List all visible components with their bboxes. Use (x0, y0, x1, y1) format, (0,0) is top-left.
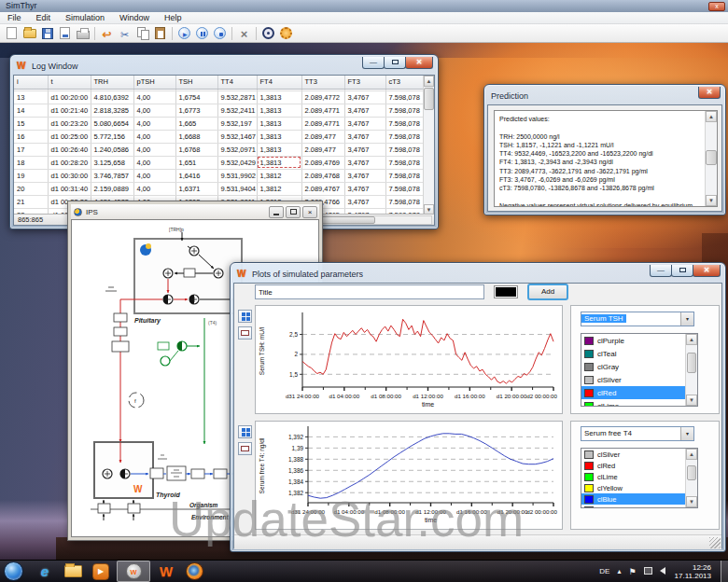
log-cell[interactable]: d1 00:23:20 (48, 117, 91, 130)
export-button[interactable] (56, 25, 74, 41)
log-cell[interactable]: 15 (14, 117, 48, 130)
ips-title-bar[interactable]: IPS × (71, 204, 319, 219)
chevron-down-icon[interactable]: ▾ (680, 312, 693, 326)
resize-grip[interactable] (709, 537, 721, 548)
log-cell[interactable]: d1 00:25:00 (48, 130, 91, 143)
log-cell[interactable]: 7.598,078 (385, 90, 425, 104)
log-window-title-bar[interactable]: W Log Window — ✕ (13, 58, 435, 75)
scroll-up-icon[interactable]: ▲ (424, 76, 434, 87)
log-cell[interactable]: 4,00 (133, 90, 175, 104)
table-row[interactable]: 16d1 00:25:005.772,1564,001,66889.532,14… (14, 130, 425, 143)
color-list-0[interactable]: clPurpleclTealclGrayclSilverclRedclLime … (581, 333, 698, 407)
log-cell[interactable]: 18 (14, 156, 48, 169)
color-item-clBlue[interactable]: clBlue (581, 493, 685, 505)
log-cell[interactable]: 1,3812 (257, 169, 301, 182)
language-indicator[interactable]: DE (599, 567, 609, 575)
log-cell[interactable]: 2.089,477 (301, 130, 344, 143)
log-cell[interactable]: 3,4767 (344, 182, 385, 195)
scrollbar-thumb[interactable] (424, 88, 434, 110)
log-cell[interactable]: 9.532,1467 (217, 130, 257, 143)
table-row[interactable]: 14d1 00:21:402.818,32854,001,67739.532,2… (14, 104, 425, 117)
log-cell[interactable]: 2.089,4772 (301, 90, 344, 104)
close-button[interactable]: ✕ (405, 57, 433, 69)
network-icon[interactable] (644, 567, 652, 576)
log-cell[interactable]: d1 00:30:00 (48, 169, 91, 182)
log-cell[interactable]: 7.598,078 (385, 143, 425, 156)
table-row[interactable]: 18d1 00:28:203.125,6584,001,6519.532,042… (14, 156, 425, 169)
log-col-FT4[interactable]: FT4 (257, 76, 301, 89)
color-item-clTeal[interactable]: clTeal (581, 347, 685, 360)
log-cell[interactable]: d1 00:31:40 (48, 182, 91, 195)
log-cell[interactable]: 17 (14, 143, 48, 156)
scroll-down-icon[interactable]: ▼ (686, 496, 697, 507)
log-col-TT4[interactable]: TT4 (217, 76, 257, 89)
log-cell[interactable]: 1,6768 (175, 143, 217, 156)
log-col-TSH[interactable]: TSH (175, 76, 217, 89)
scroll-up-icon[interactable]: ▲ (706, 111, 717, 122)
log-cell[interactable]: 1,665 (175, 117, 217, 130)
scroll-down-icon[interactable]: ▼ (686, 395, 697, 406)
plot-title-input[interactable] (255, 284, 484, 299)
color-picker-swatch[interactable] (494, 285, 518, 298)
plots-title-bar[interactable]: W Plots of simulated parameters — ✕ (233, 266, 722, 283)
log-cell[interactable]: 5.080,6654 (91, 117, 133, 130)
log-cell[interactable]: 7.598,078 (385, 130, 425, 143)
tray-expand-icon[interactable]: ▴ (617, 567, 621, 575)
color-item-clSilver[interactable]: clSilver (581, 449, 685, 460)
log-cell[interactable]: 7.598,078 (385, 169, 425, 182)
log-cell[interactable]: 21 (14, 195, 48, 208)
scrollbar-thumb[interactable] (706, 150, 717, 165)
prediction-title-bar[interactable]: Prediction ✕ (487, 88, 722, 104)
log-cell[interactable]: 1,3813 (257, 90, 301, 104)
log-cell[interactable]: 1,6371 (175, 182, 217, 195)
log-cell[interactable]: 2.089,4771 (301, 117, 344, 130)
menu-item-file[interactable]: File (0, 12, 29, 24)
scrollbar-thumb[interactable] (687, 465, 696, 480)
log-cell[interactable]: d1 00:26:40 (48, 143, 91, 156)
expand-plot-button[interactable] (238, 310, 252, 323)
plot-frame-button[interactable] (238, 326, 252, 340)
log-cell[interactable]: 9.531,9902 (217, 169, 257, 182)
log-cell[interactable]: 9.532,2411 (217, 104, 257, 117)
media-player-taskbar-button[interactable]: ▶ (87, 561, 115, 582)
log-cell[interactable]: 9.532,0429 (217, 156, 257, 169)
log-cell[interactable]: 1,3813 (257, 117, 301, 130)
log-cell[interactable]: 1,3813 (257, 104, 301, 117)
log-cell[interactable]: 4.810,6392 (91, 90, 133, 104)
table-row[interactable]: 20d1 00:31:402.159,08894,001,63719.531,9… (14, 182, 425, 195)
open-button[interactable] (21, 25, 38, 41)
taskbar-clock[interactable]: 12:26 17.11.2013 (675, 563, 711, 580)
log-cell[interactable]: 7.598,078 (385, 104, 425, 117)
add-button[interactable]: Add (527, 284, 568, 300)
log-col-pTSH[interactable]: pTSH (133, 76, 175, 89)
log-col-TT3[interactable]: TT3 (301, 76, 344, 89)
log-col-FT3[interactable]: FT3 (344, 76, 385, 89)
log-cell[interactable]: 2.159,0889 (91, 182, 133, 195)
log-cell[interactable]: 3,4767 (344, 156, 385, 169)
log-cell[interactable]: 4,00 (133, 143, 175, 156)
color-list-1[interactable]: clSilverclRedclLimeclYellowclBlueclFuchs… (581, 448, 698, 508)
close-button[interactable]: ✕ (693, 265, 721, 277)
minimize-button[interactable] (269, 206, 284, 218)
log-cell[interactable]: 2.818,3285 (91, 104, 133, 117)
log-cell[interactable]: 2.089,4769 (301, 156, 344, 169)
log-cell[interactable]: 3,4767 (344, 169, 385, 182)
log-cell[interactable]: 13 (14, 90, 48, 104)
log-cell[interactable]: 1,6416 (175, 169, 217, 182)
color-item-clLime[interactable]: clLime (581, 399, 685, 407)
list-scrollbar[interactable]: ▲ ▼ (685, 334, 697, 406)
list-scrollbar[interactable]: ▲ ▼ (685, 449, 697, 507)
scroll-down-icon[interactable]: ▼ (706, 195, 717, 206)
log-cell[interactable]: 2.089,4771 (301, 104, 344, 117)
log-cell[interactable]: 1,6688 (175, 130, 217, 143)
color-item-clRed[interactable]: clRed (581, 460, 685, 471)
minimize-button[interactable]: — (362, 57, 385, 69)
app-title-bar[interactable]: SimThyr (0, 0, 728, 12)
log-cell[interactable]: 19 (14, 169, 48, 182)
log-cell[interactable]: 2.089,477 (301, 143, 344, 156)
simthyr-taskbar-button[interactable]: W (152, 561, 180, 582)
table-row[interactable]: 17d1 00:26:401.240,05864,001,67689.532,0… (14, 143, 425, 156)
log-cell[interactable]: d1 00:20:00 (48, 90, 91, 104)
log-cell[interactable]: 1,3812 (257, 182, 301, 195)
maximize-button[interactable] (384, 57, 406, 69)
